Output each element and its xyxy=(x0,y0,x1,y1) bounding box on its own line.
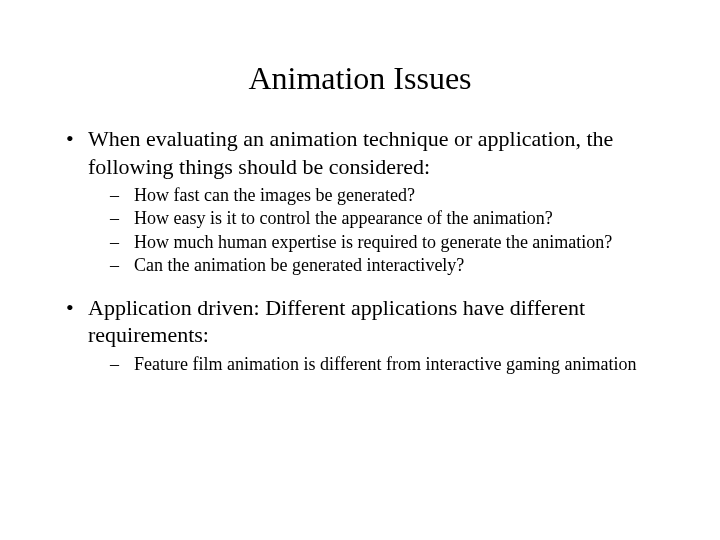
sub-bullet-item: Feature film animation is different from… xyxy=(60,353,660,376)
bullet-item: When evaluating an animation technique o… xyxy=(60,125,660,180)
sub-bullet-item: How fast can the images be generated? xyxy=(60,184,660,207)
sub-bullet-item: Can the animation be generated interacti… xyxy=(60,254,660,277)
slide-title: Animation Issues xyxy=(60,60,660,97)
sub-bullet-block: How fast can the images be generated? Ho… xyxy=(60,184,660,278)
sub-bullet-item: How easy is it to control the appearance… xyxy=(60,207,660,230)
bullet-item: Application driven: Different applicatio… xyxy=(60,294,660,349)
sub-bullet-block: Feature film animation is different from… xyxy=(60,353,660,376)
sub-bullet-item: How much human expertise is required to … xyxy=(60,231,660,254)
